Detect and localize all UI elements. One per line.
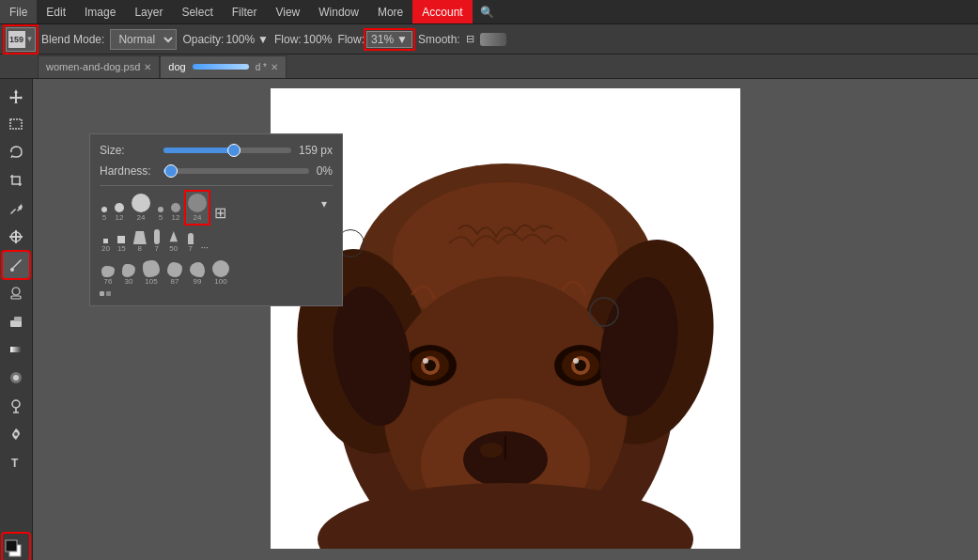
svg-text:T: T [11,457,19,470]
flow2-value: 31% [371,33,394,46]
tool-crop[interactable] [3,167,29,194]
size-slider-thumb[interactable] [227,144,241,157]
options-bar: 159 ▼ Blend Mode: Normal Multiply Screen… [0,24,978,54]
brush-cell-cloud1[interactable]: 76 [100,264,116,288]
brush-cell-sq2[interactable]: 15 [116,234,128,255]
hardness-value: 0% [317,164,333,178]
brush-dropdown-arrow: ▼ [26,35,34,43]
brush-num-cloud1: 76 [104,277,113,286]
search-icon[interactable]: 🔍 [473,6,502,19]
blend-mode-select[interactable]: Normal Multiply Screen [110,29,177,50]
tabs-bar: women-and-dog.psd ✕ dog d * ✕ [0,54,978,79]
menu-account[interactable]: Account [412,0,472,23]
tab-dog-label: dog [168,61,185,72]
brush-cell-sq1[interactable]: 20 [100,237,112,255]
flow2-box: Flow: 31% ▼ [337,31,412,48]
tab-dog-progress [193,64,249,70]
brush-cell-cloud2[interactable]: 30 [120,262,137,288]
brush-cell-4[interactable]: 5 [156,205,165,224]
tool-heal[interactable] [3,224,29,250]
menu-filter[interactable]: Filter [223,0,267,23]
brush-cell-3[interactable]: 24 [130,192,152,224]
brush-cell-br1[interactable]: 8 [132,229,148,255]
svg-point-27 [480,443,503,458]
brush-cell-br4[interactable]: 7 [186,231,195,255]
brush-preview-button[interactable]: 159 ▼ [6,27,36,52]
size-slider-fill [163,148,234,153]
hardness-slider-thumb[interactable] [164,164,178,178]
tool-rect-select[interactable] [3,111,29,137]
brush-cell-cloud5[interactable]: 99 [188,260,207,288]
brush-cell-6-selected[interactable]: 24 [186,192,209,224]
tab-women-and-dog[interactable]: women-and-dog.psd ✕ [38,55,160,78]
brush-cell-1[interactable]: 5 [100,205,109,224]
brush-cell-more1[interactable]: ··· [199,241,210,255]
svg-rect-5 [11,296,21,299]
smooth-toggle[interactable]: ⊟ [466,33,474,45]
brush-num-cloud3: 105 [145,277,157,286]
menu-layer[interactable]: Layer [125,0,172,23]
flow2-highlight[interactable]: 31% ▼ [366,31,412,48]
brush-cell-cloud3[interactable]: 105 [141,258,162,288]
tool-blur[interactable] [3,365,29,391]
menu-edit[interactable]: Edit [37,0,75,23]
tool-stamp[interactable] [3,280,29,306]
brush-cell-br3[interactable]: 50 [165,229,182,255]
menu-image[interactable]: Image [75,0,125,23]
tool-eraser[interactable] [3,308,29,334]
brush-number: 159 [8,31,25,48]
tab-dog-close[interactable]: ✕ [271,62,278,72]
brush-num-br3: 50 [169,244,178,253]
brush-cell-7[interactable]: ⊞ [212,202,228,224]
brush-num-3: 24 [137,213,146,222]
opacity-box: Opacity: 100% ▼ [182,33,269,46]
main-area: T Size: 159 px Hardne [0,79,978,560]
brush-num-2: 12 [116,213,124,222]
tool-text[interactable]: T [3,449,29,475]
svg-point-4 [12,288,20,295]
brush-cell-cloud6[interactable]: 100 [210,258,231,288]
tab-women-close[interactable]: ✕ [144,62,151,72]
opacity-value[interactable]: 100% [225,33,255,46]
svg-point-10 [13,375,19,381]
size-slider-track[interactable] [163,148,291,153]
tool-fg-bg-colors[interactable] [3,534,29,560]
svg-point-3 [10,268,14,272]
brush-cell-br2[interactable]: 7 [152,227,162,255]
svg-point-14 [14,432,18,436]
svg-point-37 [573,358,579,364]
brush-num-1: 5 [102,213,106,222]
brush-cell-cloud4[interactable]: 87 [165,260,184,288]
smooth-label: Smooth: [418,33,460,46]
menu-window[interactable]: Window [309,0,368,23]
brush-num-cloud6: 100 [214,277,226,286]
tool-lasso[interactable] [3,139,29,165]
menu-view[interactable]: View [266,0,309,23]
size-label: Size: [100,144,156,157]
size-value: 159 px [299,144,333,157]
brush-cell-2[interactable]: 12 [113,201,126,224]
menu-select[interactable]: Select [172,0,222,23]
opacity-arrow[interactable]: ▼ [257,33,269,46]
hardness-slider-track[interactable] [163,168,309,174]
svg-rect-1 [10,119,22,129]
tab-dog[interactable]: dog d * ✕ [160,55,287,78]
tool-pen[interactable] [3,421,29,447]
tool-gradient[interactable] [3,336,29,363]
tool-eyedropper[interactable] [3,195,29,222]
brush-popup: Size: 159 px Hardness: 0% ▾ [89,133,343,306]
menu-more[interactable]: More [368,0,412,23]
flow-value[interactable]: 100% [303,33,333,46]
brush-expand-icon[interactable]: ▾ [321,197,327,210]
hardness-row: Hardness: 0% [100,164,333,178]
tool-move[interactable] [3,83,29,109]
tool-brush[interactable] [3,252,29,278]
tool-dodge[interactable] [3,393,29,419]
svg-point-32 [423,358,428,364]
hardness-label: Hardness: [100,164,156,178]
menu-file[interactable]: File [0,0,37,23]
brush-cell-5[interactable]: 12 [169,201,182,224]
tab-women-label: women-and-dog.psd [46,61,140,72]
brush-num-5: 12 [172,213,180,222]
canvas-area[interactable]: Size: 159 px Hardness: 0% ▾ [33,79,978,560]
